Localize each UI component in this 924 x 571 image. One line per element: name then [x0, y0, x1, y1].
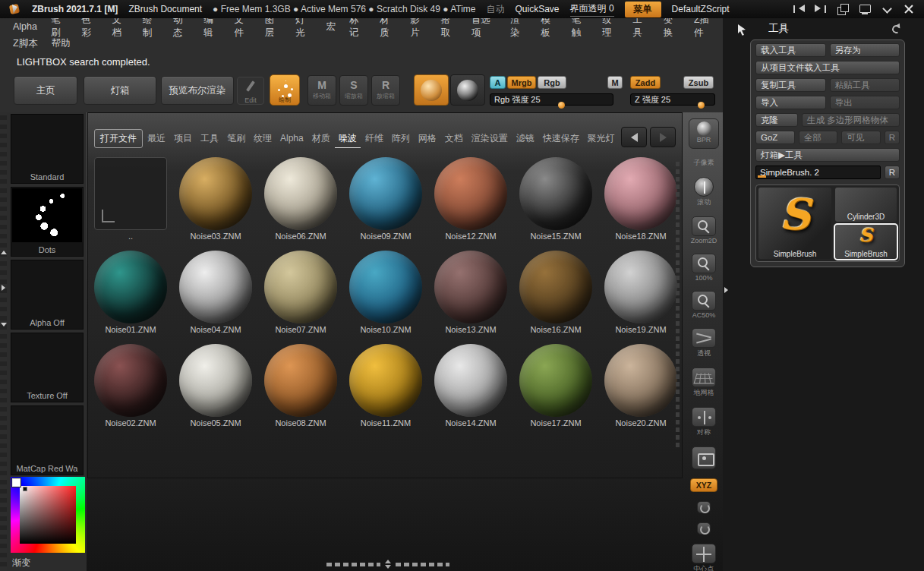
horizontal-scrollbar[interactable]	[326, 560, 449, 568]
zscript-forward-icon[interactable]	[815, 4, 827, 14]
paste-tool-button[interactable]: 粘贴工具	[830, 78, 900, 92]
texture-selector[interactable]: Texture Off	[11, 333, 84, 402]
tab-打开文件[interactable]: 打开文件	[94, 129, 143, 148]
tab-阵列[interactable]: 阵列	[388, 130, 414, 147]
color-swatch-secondary[interactable]	[23, 487, 27, 491]
shelf-rot-button[interactable]	[697, 501, 711, 513]
z-intensity-slider[interactable]: Z 强度 25	[630, 93, 715, 106]
lightbox-item-Noise02.ZNM[interactable]: Noise02.ZNM	[94, 344, 167, 428]
shelf-XYZ-button[interactable]: XYZ	[690, 478, 717, 492]
current-tool-slider[interactable]: SimpleBrush. 2	[755, 166, 881, 179]
draw-button[interactable]: 绘制	[270, 74, 300, 106]
dock-divider-arrow-icon[interactable]	[724, 287, 728, 293]
menu-button[interactable]: 菜单	[625, 2, 661, 17]
tab-文档[interactable]: 文档	[441, 130, 467, 147]
lightbox-item-Noise17.ZNM[interactable]: Noise17.ZNM	[519, 344, 592, 428]
current-tool-r-button[interactable]: R	[885, 166, 900, 179]
shelf-滚动-button[interactable]: 滚动	[694, 177, 714, 207]
tab-材质[interactable]: 材质	[308, 130, 334, 147]
mrgb-mode-button[interactable]: Mrgb	[507, 76, 536, 89]
tab-滤镜[interactable]: 滤镜	[512, 130, 538, 147]
color-picker-gradient[interactable]	[20, 486, 76, 544]
tool-thumb-simplebrush-selected[interactable]: S SimpleBrush	[835, 225, 897, 259]
tab-纹理[interactable]: 纹理	[250, 130, 276, 147]
shelf-透视-button[interactable]: 透视	[692, 328, 716, 358]
home-button[interactable]: 主页	[14, 76, 77, 105]
slider-knob[interactable]	[558, 102, 565, 109]
lightbox-item-Noise01.ZNM[interactable]: Noise01.ZNM	[94, 251, 167, 335]
make-polymesh3d-button[interactable]: 生成 多边形网格物体	[802, 113, 900, 127]
lightbox-item-Noise18.ZNM[interactable]: Noise18.ZNM	[604, 157, 677, 241]
lightbox-item-Noise09.ZNM[interactable]: Noise09.ZNM	[349, 157, 422, 241]
shelf-对称-button[interactable]: 对称	[692, 407, 716, 437]
scroll-down-icon[interactable]	[385, 565, 391, 569]
save-as-button[interactable]: 另存为	[830, 43, 900, 57]
export-button[interactable]: 导出	[830, 96, 900, 109]
lightbox-item-Noise07.ZNM[interactable]: Noise07.ZNM	[264, 251, 337, 335]
shelf-AC50%-button[interactable]: AC50%	[692, 291, 716, 319]
gyro-s-button[interactable]: S缩放箱	[339, 75, 368, 106]
import-button[interactable]: 导入	[755, 96, 826, 109]
zscript-rewind-icon[interactable]	[793, 4, 805, 14]
close-icon[interactable]	[903, 4, 915, 14]
left-divider-strip[interactable]	[0, 112, 7, 571]
lightbox-item-Noise15.ZNM[interactable]: Noise15.ZNM	[519, 157, 592, 241]
tab-噪波[interactable]: 噪波	[335, 130, 361, 147]
lightbox-item-Noise05.ZNM[interactable]: Noise05.ZNM	[179, 344, 252, 428]
m-mode-button[interactable]: M	[607, 76, 623, 89]
slider-knob[interactable]	[698, 102, 705, 109]
lightbox-item-Noise12.ZNM[interactable]: Noise12.ZNM	[434, 157, 507, 241]
lightbox-button[interactable]: 灯箱	[84, 76, 156, 105]
color-swatch-primary[interactable]	[12, 478, 20, 487]
edit-button[interactable]: Edit	[237, 77, 264, 105]
material-secondary-button[interactable]	[450, 74, 485, 106]
scroll-dashes[interactable]	[396, 563, 449, 566]
divider-down-arrow-icon[interactable]	[1, 323, 7, 327]
lightbox-item-Noise19.ZNM[interactable]: Noise19.ZNM	[604, 251, 677, 335]
lightbox-prev-button[interactable]	[621, 127, 647, 147]
shelf-地网格-button[interactable]: 地网格	[692, 368, 716, 398]
goz-button[interactable]: GoZ	[755, 131, 795, 144]
tab-工具[interactable]: 工具	[197, 130, 222, 147]
alpha-mode-button[interactable]: A	[490, 76, 506, 89]
gyro-m-button[interactable]: M移动箱	[307, 75, 336, 106]
menu-item-帮助[interactable]: 帮助	[45, 37, 77, 50]
auto-button[interactable]: 自动	[487, 3, 505, 16]
lightbox-to-tool-button[interactable]: 灯箱▶工具	[755, 148, 900, 162]
shelf-子像素-button[interactable]: 子像素	[694, 158, 714, 168]
refresh-icon[interactable]	[891, 24, 901, 34]
shelf-camera-button[interactable]	[692, 446, 716, 469]
tool-thumb-simplebrush-large[interactable]: S SimpleBrush	[758, 188, 831, 259]
zsub-mode-button[interactable]: Zsub	[683, 76, 714, 89]
gyro-r-button[interactable]: R放缩箱	[371, 75, 400, 106]
goz-visible-button[interactable]: 可见	[841, 131, 881, 144]
load-tool-button[interactable]: 载入工具	[755, 43, 826, 57]
collapse-icon[interactable]	[881, 4, 893, 14]
lightbox-scrollbar[interactable]	[676, 159, 680, 447]
lightbox-item-Noise13.ZNM[interactable]: Noise13.ZNM	[434, 251, 507, 335]
lightbox-item-Noise10.ZNM[interactable]: Noise10.ZNM	[349, 251, 422, 335]
lightbox-item-Noise20.ZNM[interactable]: Noise20.ZNM	[604, 344, 677, 428]
scroll-arrows[interactable]	[384, 560, 392, 569]
lightbox-item-Noise11.ZNM[interactable]: Noise11.ZNM	[349, 344, 422, 428]
lightbox-item-Noise06.ZNM[interactable]: Noise06.ZNM	[264, 157, 337, 241]
lightbox-item-Noise03.ZNM[interactable]: Noise03.ZNM	[179, 157, 252, 241]
clone-button[interactable]: 克隆	[755, 113, 798, 127]
lightbox-item-Noise14.ZNM[interactable]: Noise14.ZNM	[434, 344, 507, 428]
tool-thumb-cylinder3d[interactable]: Cylinder3D	[835, 188, 897, 222]
tab-聚光灯[interactable]: 聚光灯	[584, 130, 618, 147]
rgb-intensity-slider[interactable]: Rgb 强度 25	[490, 93, 613, 106]
shelf-BPR-button[interactable]: BPR	[689, 118, 719, 149]
menu-item-宏[interactable]: 宏	[319, 21, 342, 33]
tab-渲染设置[interactable]: 渲染设置	[468, 130, 512, 147]
preview-boolean-button[interactable]: 预览布尔渲染	[161, 76, 234, 105]
scroll-up-icon[interactable]	[385, 560, 391, 563]
divider-open-arrow-icon[interactable]	[2, 285, 5, 291]
lightbox-item-Noise04.ZNM[interactable]: Noise04.ZNM	[179, 251, 252, 335]
brush-selector[interactable]: Standard	[11, 114, 84, 184]
shelf-rot-button[interactable]	[697, 522, 711, 535]
monitor-icon[interactable]	[859, 4, 871, 14]
copy-document-icon[interactable]	[837, 4, 849, 14]
tab-笔刷[interactable]: 笔刷	[223, 130, 249, 147]
zadd-mode-button[interactable]: Zadd	[630, 76, 661, 89]
